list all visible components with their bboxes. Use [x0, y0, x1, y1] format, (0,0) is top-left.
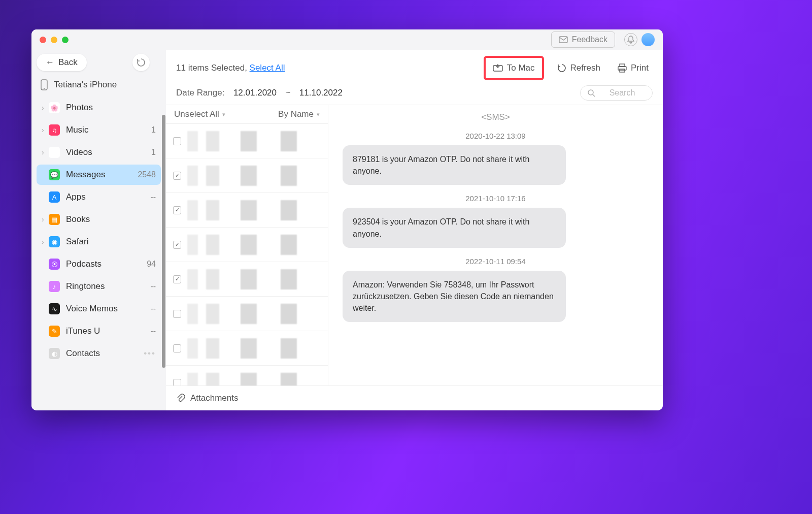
sidebar-item-safari[interactable]: ›◉Safari: [37, 232, 161, 252]
unselect-all-dropdown[interactable]: Unselect All: [174, 109, 225, 119]
thread-type: <SMS>: [343, 112, 649, 122]
maximize-icon[interactable]: [62, 37, 69, 43]
chevron-right-icon: ›: [42, 148, 48, 156]
date-sep: ~: [285, 88, 290, 98]
message-timestamp: 2022-10-11 09:54: [343, 257, 649, 266]
close-icon[interactable]: [40, 37, 46, 43]
scrollbar[interactable]: [162, 115, 165, 368]
date-range-label: Date Range:: [176, 88, 224, 98]
checkbox[interactable]: [173, 172, 181, 180]
books-icon: ▤: [49, 214, 60, 225]
select-all-link[interactable]: Select All: [250, 63, 285, 73]
sidebar-item-label: Music: [66, 125, 151, 135]
sidebar-item-contacts[interactable]: ◐Contacts•••: [37, 343, 161, 364]
photos-icon: 🌸: [49, 102, 60, 113]
search-icon: [588, 89, 595, 97]
svg-rect-6: [620, 69, 625, 72]
notifications-button[interactable]: [624, 33, 637, 46]
sidebar-item-books[interactable]: ›▤Books: [37, 209, 161, 230]
redacted-preview: [187, 373, 321, 386]
list-item[interactable]: [166, 331, 328, 366]
sidebar-item-label: iTunes U: [66, 326, 150, 336]
chevron-right-icon: ›: [42, 104, 48, 112]
checkbox[interactable]: [173, 241, 181, 249]
user-avatar[interactable]: [641, 33, 655, 46]
feedback-button[interactable]: Feedback: [551, 31, 615, 48]
svg-point-2: [44, 88, 45, 89]
list-item[interactable]: [166, 124, 328, 158]
redacted-preview: [187, 166, 321, 186]
list-item[interactable]: [166, 366, 328, 385]
content: 11 items Selected, Select All To Mac Ref…: [166, 50, 663, 410]
sidebar-item-count: --: [150, 327, 156, 336]
safari-icon: ◉: [49, 236, 60, 247]
sidebar-item-podcasts[interactable]: ⦿Podcasts94: [37, 254, 161, 274]
list-item[interactable]: [166, 297, 328, 331]
print-icon: [618, 63, 627, 73]
titlebar: Feedback: [31, 29, 663, 50]
back-button[interactable]: ← Back: [37, 54, 87, 71]
list-item[interactable]: [166, 262, 328, 297]
sidebar-item-count: 94: [147, 260, 156, 269]
checkbox[interactable]: [173, 275, 181, 283]
sidebar-item-apps[interactable]: AApps--: [37, 187, 161, 207]
sidebar-item-music[interactable]: ›♫Music1: [37, 120, 161, 140]
sidebar-item-ringtones[interactable]: ♪Ringtones--: [37, 276, 161, 297]
sidebar-item-photos[interactable]: ›🌸Photos: [37, 98, 161, 118]
message-bubble: 923504 is your Amazon OTP. Do not share …: [343, 208, 566, 247]
print-button[interactable]: Print: [614, 60, 653, 76]
checkbox[interactable]: [173, 379, 181, 386]
sidebar-item-voicememo[interactable]: ∿Voice Memos--: [37, 299, 161, 319]
chevron-right-icon: ›: [42, 238, 48, 246]
list-item[interactable]: [166, 158, 328, 193]
feedback-label: Feedback: [572, 35, 607, 44]
sidebar-item-label: Videos: [66, 147, 151, 157]
attachments-label: Attachments: [190, 393, 239, 403]
redacted-preview: [187, 304, 321, 324]
checkbox[interactable]: [173, 137, 181, 145]
sort-dropdown[interactable]: By Name: [278, 109, 320, 119]
checkbox[interactable]: [173, 310, 181, 318]
apps-icon: A: [49, 191, 60, 203]
sidebar-item-videos[interactable]: ›▦Videos1: [37, 142, 161, 163]
toolbar: 11 items Selected, Select All To Mac Ref…: [166, 50, 663, 80]
sidebar-item-label: Contacts: [66, 348, 144, 359]
attachment-icon: [176, 394, 185, 403]
selection-status: 11 items Selected, Select All: [176, 63, 285, 73]
date-to-input[interactable]: [295, 88, 346, 98]
search-input[interactable]: [599, 88, 645, 98]
chevron-right-icon: ›: [42, 215, 48, 223]
message-detail: <SMS> 2020-10-22 13:09879181 is your Ama…: [328, 105, 663, 385]
arrow-left-icon: ←: [46, 57, 54, 68]
back-label: Back: [58, 57, 78, 68]
checkbox[interactable]: [173, 206, 181, 214]
date-from-input[interactable]: [229, 88, 280, 98]
svg-rect-0: [559, 37, 567, 43]
to-mac-button[interactable]: To Mac: [484, 56, 544, 80]
sidebar-item-messages[interactable]: 💬Messages2548: [37, 165, 161, 185]
sidebar-item-count: --: [150, 304, 156, 313]
refresh-button[interactable]: Refresh: [553, 60, 605, 76]
sidebar-item-label: Voice Memos: [66, 304, 150, 314]
sidebar-item-label: Books: [66, 214, 156, 224]
sidebar-item-itunesu[interactable]: ✎iTunes U--: [37, 321, 161, 341]
svg-rect-4: [620, 64, 625, 67]
sync-button[interactable]: [132, 54, 150, 71]
sidebar-item-label: Podcasts: [66, 259, 147, 269]
podcasts-icon: ⦿: [49, 259, 60, 270]
more-icon[interactable]: •••: [144, 348, 156, 359]
music-icon: ♫: [49, 124, 60, 136]
message-timestamp: 2021-10-10 17:16: [343, 194, 649, 203]
print-label: Print: [631, 63, 649, 73]
checkbox[interactable]: [173, 344, 181, 352]
list-item[interactable]: [166, 193, 328, 228]
attachments-bar[interactable]: Attachments: [166, 385, 663, 410]
filter-bar: Date Range: ~: [166, 80, 663, 105]
message-bubble: Amazon: Verwenden Sie 758348, um Ihr Pas…: [343, 271, 566, 323]
minimize-icon[interactable]: [51, 37, 57, 43]
to-mac-label: To Mac: [507, 63, 535, 73]
ringtones-icon: ♪: [49, 281, 60, 292]
message-timestamp: 2020-10-22 13:09: [343, 132, 649, 140]
mail-icon: [559, 36, 568, 43]
list-item[interactable]: [166, 228, 328, 262]
